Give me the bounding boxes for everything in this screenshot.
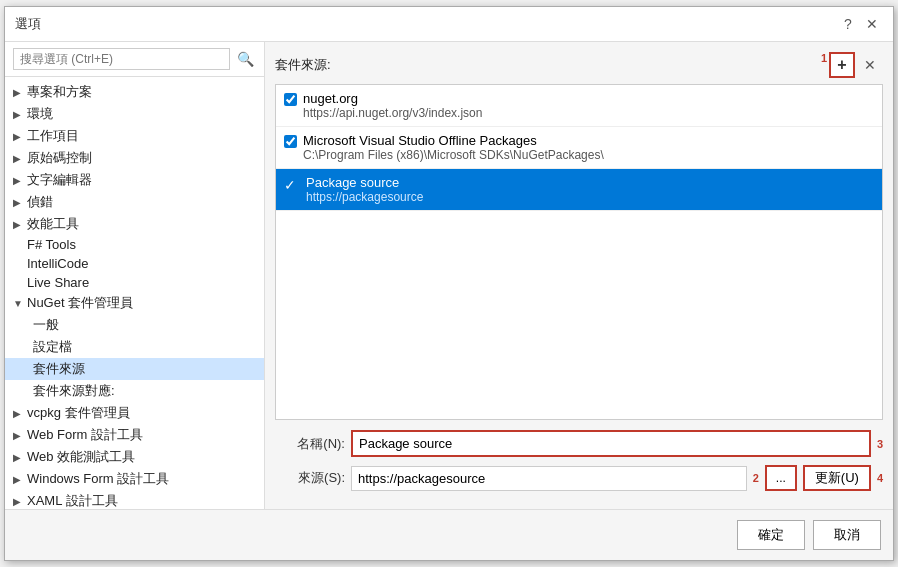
source-item-nuget[interactable]: nuget.org https://api.nuget.org/v3/index…	[276, 85, 882, 127]
right-panel: 套件來源: 1 + ✕ nuget.org https://api.nuget.…	[265, 42, 893, 509]
search-icon[interactable]: 🔍	[234, 48, 256, 70]
header-buttons: 1 + ✕	[821, 52, 883, 78]
tree-item-liveshare[interactable]: ▶ Live Share	[5, 273, 264, 292]
tree-label: 工作項目	[27, 127, 256, 145]
tree-item-intellicode[interactable]: ▶ IntelliCode	[5, 254, 264, 273]
update-label: 更新(U)	[815, 470, 859, 485]
num3-badge: 3	[877, 438, 883, 450]
tree-label: F# Tools	[27, 237, 256, 252]
right-header: 套件來源: 1 + ✕	[275, 52, 883, 78]
name-label: 名稱(N):	[275, 435, 345, 453]
source-item-pkgsource[interactable]: ✓ Package source https://packagesource	[276, 169, 882, 211]
tree-child-label: 套件來源對應:	[33, 382, 115, 400]
arrow-icon: ▶	[13, 430, 27, 441]
source-item-msoffline[interactable]: Microsoft Visual Studio Offline Packages…	[276, 127, 882, 169]
sources-list: nuget.org https://api.nuget.org/v3/index…	[275, 84, 883, 420]
options-dialog: 選項 ? ✕ 🔍 ▶ 專案和方案 ▶ 環境	[4, 6, 894, 561]
bottom-bar: 確定 取消	[5, 509, 893, 560]
tree-item-winform[interactable]: ▶ Windows Form 設計工具	[5, 468, 264, 490]
tree-child-label: 一般	[33, 316, 59, 334]
source-name: Microsoft Visual Studio Offline Packages	[303, 133, 874, 148]
source-row: 來源(S): 2 ... 更新(U) 4	[275, 465, 883, 491]
num2-badge: 2	[753, 472, 759, 484]
title-bar-buttons: ? ✕	[837, 13, 883, 35]
tree-label: 效能工具	[27, 215, 256, 233]
source-name: nuget.org	[303, 91, 874, 106]
tree-item-env[interactable]: ▶ 環境	[5, 103, 264, 125]
tree-label: 偵錯	[27, 193, 256, 211]
cancel-button[interactable]: 取消	[813, 520, 881, 550]
remove-source-button[interactable]: ✕	[857, 52, 883, 78]
tree-item-xaml[interactable]: ▶ XAML 設計工具	[5, 490, 264, 509]
source-name: Package source	[306, 175, 874, 190]
source-label: 來源(S):	[275, 469, 345, 487]
arrow-icon: ▶	[13, 474, 27, 485]
source-url: C:\Program Files (x86)\Microsoft SDKs\Nu…	[303, 148, 874, 162]
tree-item-nuget[interactable]: ▼ NuGet 套件管理員	[5, 292, 264, 314]
update-button[interactable]: 更新(U)	[803, 465, 871, 491]
tree-label: Windows Form 設計工具	[27, 470, 256, 488]
arrow-icon: ▶	[13, 87, 27, 98]
arrow-icon: ▶	[13, 496, 27, 507]
arrow-icon: ▶	[13, 109, 27, 120]
name-input[interactable]	[351, 430, 871, 457]
arrow-icon: ▶	[13, 175, 27, 186]
tree-item-projects[interactable]: ▶ 專案和方案	[5, 81, 264, 103]
tree-child-label: 套件來源	[33, 360, 85, 378]
arrow-icon: ▶	[13, 153, 27, 164]
tree-label: NuGet 套件管理員	[27, 294, 256, 312]
tree-label: vcpkg 套件管理員	[27, 404, 256, 422]
tree-item-vcpkg[interactable]: ▶ vcpkg 套件管理員	[5, 402, 264, 424]
arrow-icon: ▶	[13, 131, 27, 142]
tree-item-fsharp[interactable]: ▶ F# Tools	[5, 235, 264, 254]
tree-label: XAML 設計工具	[27, 492, 256, 509]
arrow-icon: ▶	[13, 408, 27, 419]
arrow-icon: ▶	[13, 197, 27, 208]
source-info-pkgsource: Package source https://packagesource	[306, 175, 874, 204]
arrow-icon: ▶	[13, 219, 27, 230]
tree-label: 文字編輯器	[27, 171, 256, 189]
tree-view: ▶ 專案和方案 ▶ 環境 ▶ 工作項目 ▶ 原始碼控制 ▶ 文字編輯器	[5, 77, 264, 509]
source-checkbox-msoffline[interactable]	[284, 135, 297, 148]
tree-label: IntelliCode	[27, 256, 256, 271]
arrow-icon: ▶	[13, 452, 27, 463]
source-url: https://packagesource	[306, 190, 874, 204]
tree-child-nuget-config[interactable]: 設定檔	[5, 336, 264, 358]
tree-item-tools[interactable]: ▶ 效能工具	[5, 213, 264, 235]
num4-badge: 4	[877, 472, 883, 484]
tree-label: 環境	[27, 105, 256, 123]
browse-button[interactable]: ...	[765, 465, 797, 491]
close-button[interactable]: ✕	[861, 13, 883, 35]
tree-item-webtest[interactable]: ▶ Web 效能測試工具	[5, 446, 264, 468]
tree-item-work[interactable]: ▶ 工作項目	[5, 125, 264, 147]
tree-label: Live Share	[27, 275, 256, 290]
left-panel: 🔍 ▶ 專案和方案 ▶ 環境 ▶ 工作項目 ▶ 原始碼控制	[5, 42, 265, 509]
tree-item-texteditor[interactable]: ▶ 文字編輯器	[5, 169, 264, 191]
tree-label: Web Form 設計工具	[27, 426, 256, 444]
tree-item-sourcectrl[interactable]: ▶ 原始碼控制	[5, 147, 264, 169]
num1-badge: 1	[821, 52, 827, 64]
tree-item-webform[interactable]: ▶ Web Form 設計工具	[5, 424, 264, 446]
source-input[interactable]	[351, 466, 747, 491]
tree-child-nuget-sources[interactable]: 套件來源	[5, 358, 264, 380]
tree-child-nuget-general[interactable]: 一般	[5, 314, 264, 336]
checkmark-icon: ✓	[284, 177, 300, 193]
add-source-button[interactable]: +	[829, 52, 855, 78]
source-url: https://api.nuget.org/v3/index.json	[303, 106, 874, 120]
panel-title: 套件來源:	[275, 56, 331, 74]
main-content: 🔍 ▶ 專案和方案 ▶ 環境 ▶ 工作項目 ▶ 原始碼控制	[5, 42, 893, 509]
source-info-msoffline: Microsoft Visual Studio Offline Packages…	[303, 133, 874, 162]
tree-child-label: 設定檔	[33, 338, 72, 356]
tree-label: 原始碼控制	[27, 149, 256, 167]
search-input[interactable]	[13, 48, 230, 70]
ok-button[interactable]: 確定	[737, 520, 805, 550]
tree-item-debug[interactable]: ▶ 偵錯	[5, 191, 264, 213]
dialog-title: 選項	[15, 15, 41, 33]
source-checkbox-nuget[interactable]	[284, 93, 297, 106]
help-button[interactable]: ?	[837, 13, 859, 35]
tree-child-nuget-map[interactable]: 套件來源對應:	[5, 380, 264, 402]
source-info-nuget: nuget.org https://api.nuget.org/v3/index…	[303, 91, 874, 120]
search-bar: 🔍	[5, 42, 264, 77]
name-row: 名稱(N): 3	[275, 430, 883, 457]
arrow-icon: ▼	[13, 298, 27, 309]
